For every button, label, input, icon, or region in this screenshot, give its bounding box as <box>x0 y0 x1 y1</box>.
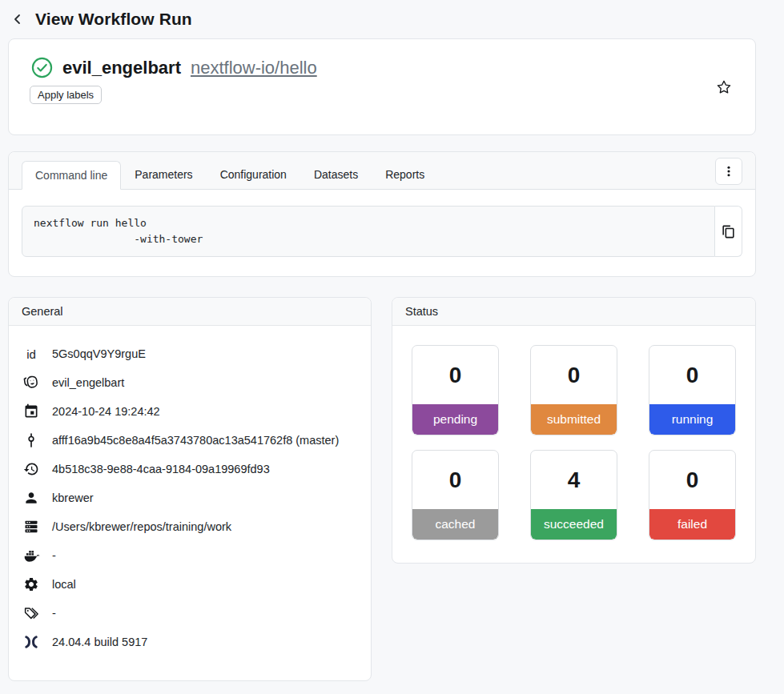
submitted-label: submitted <box>531 404 617 435</box>
calendar-icon <box>22 403 41 419</box>
star-button[interactable] <box>715 78 733 96</box>
failed-label: failed <box>649 509 735 540</box>
pending-label: pending <box>412 404 498 435</box>
general-row-executor: local <box>22 570 358 599</box>
pipeline-link[interactable]: nextflow-io/hello <box>191 58 317 78</box>
command-line-panel: nextflow run hello -with-tower <box>9 190 755 257</box>
general-row-session-id: 4b518c38-9e88-4caa-9184-09a19969fd93 <box>22 455 358 483</box>
running-label: running <box>649 404 735 435</box>
succeeded-label: succeeded <box>531 509 617 540</box>
pending-count: 0 <box>412 346 498 404</box>
options-menu-button[interactable] <box>715 158 742 185</box>
general-row-container: - <box>22 541 358 570</box>
masks-icon <box>22 374 41 391</box>
status-card-title: Status <box>392 298 755 326</box>
status-tile-succeeded: 4 succeeded <box>530 450 617 540</box>
cached-label: cached <box>412 509 498 540</box>
git-commit-icon <box>22 432 41 448</box>
general-row-nextflow-version: 24.04.4 build 5917 <box>22 628 358 656</box>
general-card: General id 5Gs0qqV9Y9rguE <box>8 297 372 681</box>
submitted-count: 0 <box>531 346 617 404</box>
general-card-title: General <box>9 298 371 326</box>
general-row-run-name: evil_engelbart <box>22 368 358 397</box>
run-details-card: Command line Parameters Configuration Da… <box>8 151 756 277</box>
run-summary-card: evil_engelbart nextflow-io/hello Apply l… <box>8 38 756 135</box>
tab-command-line[interactable]: Command line <box>22 161 121 190</box>
status-tile-running: 0 running <box>649 345 736 435</box>
history-icon <box>22 461 41 477</box>
chevron-left-icon <box>11 13 24 26</box>
general-row-user: kbrewer <box>22 483 358 512</box>
star-icon <box>715 78 733 96</box>
user-icon <box>22 490 41 506</box>
nextflow-icon <box>22 634 41 650</box>
status-tile-submitted: 0 submitted <box>530 345 617 435</box>
tab-configuration[interactable]: Configuration <box>207 160 300 189</box>
general-row-tags: - <box>22 599 358 628</box>
gear-icon <box>22 576 41 592</box>
tab-bar: Command line Parameters Configuration Da… <box>9 152 755 190</box>
server-icon <box>22 519 41 535</box>
copy-icon <box>721 224 736 239</box>
docker-icon <box>22 548 41 564</box>
status-card: Status 0 pending 0 submitted 0 running 0… <box>392 297 756 564</box>
failed-count: 0 <box>649 451 735 509</box>
status-tile-pending: 0 pending <box>412 345 499 435</box>
page-title: View Workflow Run <box>35 10 192 29</box>
running-count: 0 <box>649 346 735 404</box>
tags-icon <box>22 605 41 622</box>
general-row-workdir: /Users/kbrewer/repos/training/work <box>22 512 358 541</box>
back-button[interactable] <box>11 13 24 26</box>
check-circle-icon <box>31 57 53 78</box>
tab-reports[interactable]: Reports <box>372 160 438 189</box>
run-name: evil_engelbart <box>62 58 181 78</box>
cached-count: 0 <box>412 451 498 509</box>
page: View Workflow Run evil_engelbart nextflo… <box>8 0 756 681</box>
copy-button[interactable] <box>715 206 742 257</box>
command-line-code: nextflow run hello -with-tower <box>22 206 715 257</box>
succeeded-count: 4 <box>531 451 617 509</box>
apply-labels-button[interactable]: Apply labels <box>30 86 102 104</box>
status-tile-failed: 0 failed <box>649 450 736 540</box>
tab-parameters[interactable]: Parameters <box>121 160 206 189</box>
kebab-vertical-icon <box>722 165 735 178</box>
status-tile-cached: 0 cached <box>412 450 499 540</box>
tab-datasets[interactable]: Datasets <box>300 160 372 189</box>
general-row-commit: afff16a9b45c8e8a4f5a3743780ac13a541762f8… <box>22 426 358 455</box>
general-row-id: id 5Gs0qqV9Y9rguE <box>22 339 358 368</box>
general-row-start-date: 2024-10-24 19:24:42 <box>22 397 358 426</box>
status-tiles: 0 pending 0 submitted 0 running 0 cached… <box>392 326 755 563</box>
page-header: View Workflow Run <box>8 8 756 38</box>
id-label: id <box>22 347 41 361</box>
